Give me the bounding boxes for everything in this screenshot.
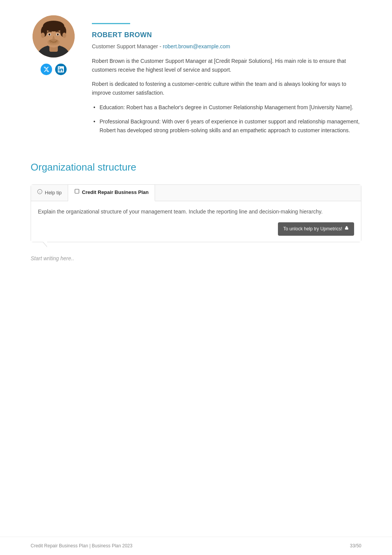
profile-bio-1: Robert Brown is the Customer Support Man…	[92, 57, 361, 74]
profile-section: ROBERT BROWN Customer Support Manager - …	[31, 15, 361, 140]
profile-title: Customer Support Manager	[92, 43, 158, 49]
svg-point-7	[41, 33, 45, 38]
profile-divider	[92, 23, 130, 24]
svg-point-11	[49, 34, 51, 36]
tooltip-body: Explain the organizational structure of …	[31, 201, 361, 242]
writing-placeholder: Start writing here..	[31, 255, 74, 261]
svg-point-15	[49, 41, 50, 41]
tab-help-tip[interactable]: Help tip	[31, 185, 68, 201]
unlock-button[interactable]: To unlock help try Upmetrics!	[278, 222, 354, 236]
footer-page-number: 33/50	[350, 542, 361, 550]
title-separator: -	[160, 43, 163, 49]
org-section-title: Organizational structure	[31, 159, 361, 176]
profile-right-column: ROBERT BROWN Customer Support Manager - …	[92, 15, 361, 140]
tab-help-tip-label: Help tip	[45, 189, 62, 197]
twitter-icon[interactable]	[41, 64, 52, 75]
lock-icon	[345, 225, 349, 233]
profile-left-column	[31, 15, 77, 140]
svg-point-18	[55, 42, 56, 43]
help-tip-icon	[37, 189, 42, 197]
profile-bullet-education: Education: Robert has a Bachelor's degre…	[92, 103, 361, 112]
avatar	[33, 15, 75, 57]
svg-point-12	[57, 34, 59, 36]
org-structure-section: Organizational structure Help tip	[31, 159, 361, 263]
tooltip-description: Explain the organizational structure of …	[38, 207, 354, 216]
social-icons	[41, 64, 67, 75]
linkedin-icon[interactable]	[55, 64, 67, 75]
writing-area[interactable]: Start writing here..	[31, 254, 361, 263]
profile-email[interactable]: robert.brown@example.com	[163, 43, 230, 49]
plan-icon	[74, 189, 80, 197]
svg-point-8	[62, 33, 66, 38]
tab-plan-label: Credit Repair Business Plan	[82, 189, 149, 197]
svg-rect-22	[75, 189, 79, 194]
profile-bullet-professional: Professional Background: With over 6 yea…	[92, 117, 361, 135]
footer-title: Credit Repair Business Plan | Business P…	[31, 542, 132, 550]
tab-plan[interactable]: Credit Repair Business Plan	[68, 185, 155, 201]
svg-rect-23	[345, 228, 348, 230]
profile-name: ROBERT BROWN	[92, 30, 361, 41]
profile-bio-2: Robert is dedicated to fostering a custo…	[92, 80, 361, 97]
svg-point-14	[47, 39, 60, 45]
svg-point-16	[50, 42, 51, 43]
unlock-label: To unlock help try Upmetrics!	[283, 225, 342, 233]
page-footer: Credit Repair Business Plan | Business P…	[0, 537, 392, 555]
svg-point-17	[56, 41, 57, 41]
profile-bullets: Education: Robert has a Bachelor's degre…	[92, 103, 361, 135]
tooltip-tabs: Help tip Credit Repair Business Plan	[31, 185, 361, 201]
profile-title-line: Customer Support Manager - robert.brown@…	[92, 42, 361, 51]
tooltip-card: Help tip Credit Repair Business Plan Exp…	[31, 184, 361, 242]
